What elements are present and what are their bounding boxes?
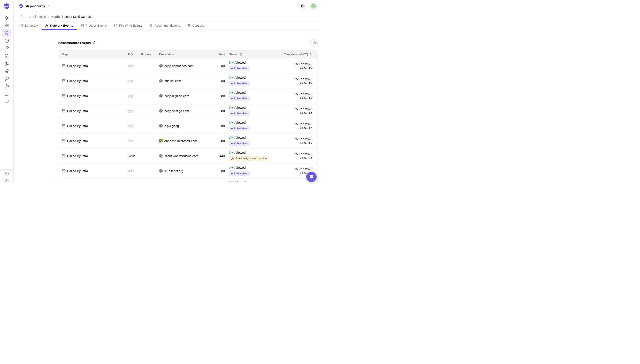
settings-icon bbox=[5, 179, 9, 182]
tab-summary[interactable]: Summary bbox=[16, 21, 42, 30]
help-circle-icon[interactable] bbox=[93, 41, 96, 44]
tab-file-write-events[interactable]: File Write Events bbox=[110, 21, 146, 30]
sidebar-item-runs[interactable] bbox=[2, 82, 12, 90]
shield-check-icon bbox=[5, 31, 9, 35]
step-cell: Called By Infra bbox=[67, 109, 88, 113]
sidebar-item-checks[interactable] bbox=[2, 37, 12, 44]
table-settings-button[interactable] bbox=[310, 39, 318, 46]
dashboard-icon bbox=[5, 23, 9, 28]
pid-cell: 996 bbox=[128, 58, 141, 73]
sidebar-item-packages[interactable] bbox=[2, 60, 12, 67]
allowed-check-icon bbox=[229, 76, 233, 80]
theme-toggle-button[interactable] bbox=[299, 3, 306, 10]
port-cell: 80 bbox=[214, 103, 227, 118]
allowed-check-icon bbox=[229, 136, 233, 140]
table-row[interactable]: Called By Infra 996 ocsp.comodoca.com 80… bbox=[58, 58, 317, 73]
status-label: Allowed bbox=[235, 166, 246, 169]
tab-network-events[interactable]: Network Events bbox=[42, 21, 77, 30]
table-row[interactable]: Called By Infra 996 crls.ssl.com 80 Allo… bbox=[58, 73, 317, 88]
tab-controls[interactable]: Controls bbox=[184, 21, 207, 30]
globe-icon bbox=[159, 64, 163, 68]
baseline-badge: In baseline bbox=[229, 66, 250, 71]
chat-bubble-icon bbox=[309, 174, 314, 180]
wrench-icon bbox=[5, 46, 9, 50]
sidebar-item-devices[interactable] bbox=[2, 98, 12, 105]
baseline-label: Previously not in baseline bbox=[236, 157, 267, 160]
sidebar-item-audits[interactable] bbox=[2, 52, 12, 60]
breadcrumb-current: Harden Runner Multi-OS Test bbox=[51, 15, 92, 18]
server-stack-icon bbox=[62, 124, 65, 128]
tab-process-events[interactable]: Process Events bbox=[77, 21, 110, 30]
step-cell: Called By Infra bbox=[67, 124, 88, 128]
table-row[interactable]: Called By Infra 3792 client.wns.windows.… bbox=[58, 148, 317, 164]
server-stack-icon bbox=[62, 169, 65, 173]
tab-label: Controls bbox=[192, 24, 204, 27]
top-bar-actions bbox=[299, 2, 317, 10]
sidebar-item-tools[interactable] bbox=[2, 44, 12, 52]
sidebar-item-reports[interactable] bbox=[2, 90, 12, 98]
step-cell: Called By Infra bbox=[67, 94, 88, 98]
step-cell: Called By Infra bbox=[67, 169, 88, 173]
baseline-dot-icon bbox=[231, 98, 233, 99]
jobs-panel bbox=[14, 30, 54, 182]
port-cell: 80 bbox=[214, 58, 227, 73]
globe-icon bbox=[159, 169, 163, 173]
sidebar-item-upgrade[interactable] bbox=[2, 171, 12, 178]
table-row[interactable]: Called By Infra 996 oneocsp.microsoft.co… bbox=[58, 134, 317, 148]
baseline-label: In baseline bbox=[234, 67, 247, 70]
allowed-check-icon bbox=[229, 61, 233, 64]
sidebar-item-settings[interactable] bbox=[2, 178, 12, 182]
column-header-timestamp[interactable]: Timestamp (GMT) bbox=[284, 50, 317, 58]
port-cell: 80 bbox=[214, 178, 227, 182]
tab-label: File Write Events bbox=[119, 24, 142, 27]
status-help-icon[interactable] bbox=[239, 53, 242, 56]
chat-launcher-button[interactable] bbox=[306, 172, 317, 182]
main-column: step-security / arm-int-tests / Harden R… bbox=[14, 0, 320, 182]
table-row[interactable]: Called By Infra 996 ocsp.digicert.com 80… bbox=[58, 88, 317, 103]
process-cell bbox=[141, 103, 159, 118]
home-icon[interactable] bbox=[20, 15, 23, 18]
events-table: Step PID Process Destination Port Status… bbox=[58, 50, 317, 182]
sidebar-item-activity[interactable] bbox=[2, 14, 12, 22]
events-table-card: Step PID Process Destination Port Status… bbox=[58, 50, 318, 182]
gear-icon bbox=[312, 41, 316, 44]
warning-triangle-icon bbox=[231, 157, 234, 160]
sidebar-item-dashboard[interactable] bbox=[2, 22, 12, 29]
laptop-icon bbox=[5, 99, 9, 104]
sidebar-item-integrations[interactable] bbox=[2, 67, 12, 75]
brand-logo[interactable] bbox=[0, 0, 14, 12]
timestamp-cell: 25 Feb 2026 16:07:10 bbox=[284, 73, 317, 88]
org-switcher[interactable]: step-security bbox=[19, 4, 51, 8]
allowed-check-icon bbox=[229, 181, 233, 182]
status-cell: Allowed In baseline bbox=[227, 58, 284, 73]
tab-bar: Summary Network Events Process Events Fi… bbox=[14, 21, 320, 30]
bar-chart-icon bbox=[5, 92, 9, 96]
status-label: Allowed bbox=[235, 61, 246, 64]
baseline-label: In baseline bbox=[234, 172, 247, 175]
sidebar-item-harden-runner[interactable] bbox=[2, 29, 12, 37]
avatar[interactable] bbox=[310, 2, 317, 10]
tab-recommendations[interactable]: Recommendations bbox=[146, 21, 184, 30]
sort-icon[interactable] bbox=[309, 53, 312, 56]
globe-icon bbox=[159, 79, 163, 83]
breadcrumb-parent[interactable]: arm-int-tests bbox=[29, 15, 46, 18]
timestamp-cell: 25 Feb 2026 16:07:17 bbox=[284, 118, 317, 134]
allowed-check-icon bbox=[229, 91, 233, 94]
sidebar-item-secrets[interactable] bbox=[2, 75, 12, 82]
tab-label: Process Events bbox=[86, 24, 107, 27]
baseline-badge: In baseline bbox=[229, 111, 250, 116]
column-header-process: Process bbox=[141, 50, 159, 58]
baseline-label: In baseline bbox=[234, 112, 247, 115]
table-row[interactable]: Called By Infra 996 x1.c.lencr.org 80 Al… bbox=[58, 164, 317, 178]
table-row[interactable]: Called By Infra 996 ocsp.sectigo.com 80 … bbox=[58, 103, 317, 118]
process-cell bbox=[141, 164, 159, 178]
tab-label: Recommendations bbox=[154, 24, 180, 27]
pid-cell: 3792 bbox=[128, 148, 141, 164]
process-cell bbox=[141, 118, 159, 134]
process-cell bbox=[141, 148, 159, 164]
server-stack-icon bbox=[62, 64, 65, 68]
process-cell bbox=[141, 73, 159, 88]
table-row[interactable]: Called By Infra 996 c.pki.goog 80 Allowe… bbox=[58, 118, 317, 134]
baseline-badge: Previously not in baseline bbox=[229, 156, 269, 161]
table-row[interactable]: Called By Infra 996 e8.c.lencr.org 80 Al… bbox=[58, 178, 317, 182]
